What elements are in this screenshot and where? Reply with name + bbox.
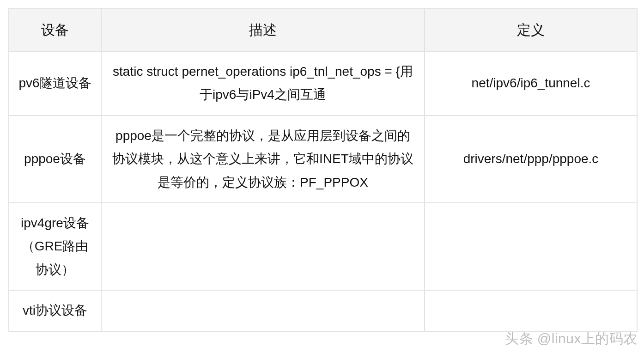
table-row: pv6隧道设备 static struct pernet_operations … xyxy=(9,51,637,116)
cell-description: static struct pernet_operations ip6_tnl_… xyxy=(101,51,425,116)
cell-device: pv6隧道设备 xyxy=(9,51,101,116)
table-row: ipv4gre设备（GRE路由协议） xyxy=(9,203,637,290)
header-device: 设备 xyxy=(9,9,101,51)
cell-description xyxy=(101,290,425,331)
device-table: 设备 描述 定义 pv6隧道设备 static struct pernet_op… xyxy=(8,8,638,332)
cell-device: pppoe设备 xyxy=(9,116,101,203)
table-row: vti协议设备 xyxy=(9,290,637,331)
watermark-text: 头条 @linux上的码农 xyxy=(505,329,638,348)
cell-description xyxy=(101,203,425,290)
cell-definition xyxy=(425,290,637,331)
cell-definition: drivers/net/ppp/pppoe.c xyxy=(425,116,637,203)
cell-description: pppoe是一个完整的协议，是从应用层到设备之间的协议模块，从这个意义上来讲，它… xyxy=(101,116,425,203)
table-row: pppoe设备 pppoe是一个完整的协议，是从应用层到设备之间的协议模块，从这… xyxy=(9,116,637,203)
cell-definition: net/ipv6/ip6_tunnel.c xyxy=(425,51,637,116)
cell-device: ipv4gre设备（GRE路由协议） xyxy=(9,203,101,290)
cell-device: vti协议设备 xyxy=(9,290,101,331)
table-header-row: 设备 描述 定义 xyxy=(9,9,637,51)
header-description: 描述 xyxy=(101,9,425,51)
header-definition: 定义 xyxy=(425,9,637,51)
cell-definition xyxy=(425,203,637,290)
